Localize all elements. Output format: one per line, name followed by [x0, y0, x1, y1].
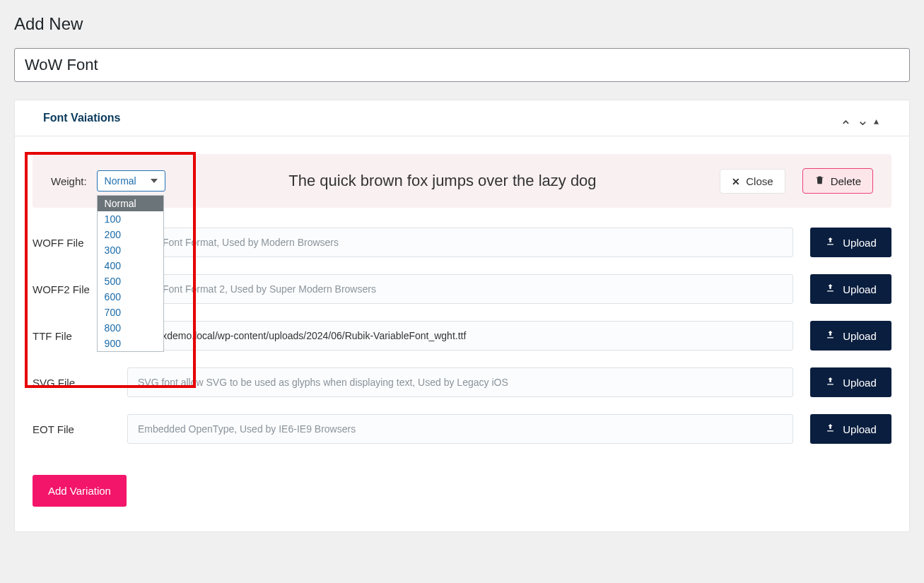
- weight-option[interactable]: 100: [98, 211, 163, 227]
- add-variation-button[interactable]: Add Variation: [33, 475, 127, 507]
- close-button-label: Close: [746, 175, 773, 187]
- page-title: Add New: [14, 14, 910, 34]
- font-name-input[interactable]: [14, 48, 910, 82]
- upload-button[interactable]: Upload: [810, 367, 891, 397]
- font-preview-text: The quick brown fox jumps over the lazy …: [182, 172, 703, 190]
- file-path-input[interactable]: [127, 228, 793, 257]
- panel-title: Font Vaiations: [43, 112, 120, 124]
- weight-option[interactable]: 400: [98, 258, 163, 273]
- move-down-icon[interactable]: [857, 114, 864, 122]
- upload-button[interactable]: Upload: [810, 274, 891, 304]
- upload-icon: [825, 376, 836, 389]
- close-button[interactable]: Close: [720, 169, 785, 194]
- file-path-input[interactable]: [127, 274, 793, 304]
- font-variations-panel: Font Vaiations Weight: Normal Normal1002…: [14, 100, 910, 532]
- move-up-icon[interactable]: [840, 114, 847, 122]
- weight-selected-text: Normal: [105, 175, 136, 187]
- weight-option[interactable]: 300: [98, 242, 163, 258]
- weight-option[interactable]: 200: [98, 227, 163, 242]
- panel-controls: [840, 114, 881, 122]
- upload-button[interactable]: Upload: [810, 228, 891, 257]
- collapse-icon[interactable]: [874, 114, 881, 122]
- trash-icon: [814, 175, 825, 187]
- upload-icon: [825, 329, 836, 342]
- weight-select-wrap: Normal Normal100200300400500600700800900: [97, 170, 165, 192]
- close-icon: [732, 175, 740, 187]
- upload-icon: [825, 283, 836, 295]
- panel-header: Font Vaiations: [15, 100, 909, 136]
- upload-button-label: Upload: [843, 377, 877, 389]
- file-path-input[interactable]: [127, 321, 793, 351]
- upload-icon: [825, 236, 836, 249]
- weight-group: Weight: Normal Normal1002003004005006007…: [51, 170, 165, 192]
- delete-button-label: Delete: [831, 175, 861, 187]
- chevron-down-icon: [151, 179, 158, 183]
- file-path-input[interactable]: [127, 414, 793, 444]
- upload-button-label: Upload: [843, 330, 877, 342]
- file-row: SVG FileUpload: [33, 367, 891, 397]
- weight-option[interactable]: 800: [98, 320, 163, 336]
- file-label: EOT File: [33, 423, 110, 435]
- upload-button-label: Upload: [843, 283, 877, 295]
- variation-header: Weight: Normal Normal1002003004005006007…: [33, 154, 891, 208]
- file-path-input[interactable]: [127, 367, 793, 397]
- weight-dropdown[interactable]: Normal100200300400500600700800900: [97, 195, 164, 352]
- delete-button[interactable]: Delete: [802, 168, 873, 194]
- upload-button[interactable]: Upload: [810, 414, 891, 444]
- upload-icon: [825, 423, 836, 435]
- weight-option[interactable]: 600: [98, 289, 163, 305]
- weight-option[interactable]: Normal: [98, 196, 163, 211]
- upload-button-label: Upload: [843, 237, 877, 249]
- panel-body: Weight: Normal Normal1002003004005006007…: [15, 136, 909, 531]
- weight-option[interactable]: 900: [98, 336, 163, 351]
- weight-label: Weight:: [51, 175, 87, 187]
- weight-option[interactable]: 500: [98, 273, 163, 289]
- file-row: EOT FileUpload: [33, 414, 891, 444]
- weight-select[interactable]: Normal: [97, 170, 165, 192]
- weight-option[interactable]: 700: [98, 305, 163, 320]
- upload-button-label: Upload: [843, 423, 877, 435]
- upload-button[interactable]: Upload: [810, 321, 891, 351]
- file-label: SVG File: [33, 377, 110, 389]
